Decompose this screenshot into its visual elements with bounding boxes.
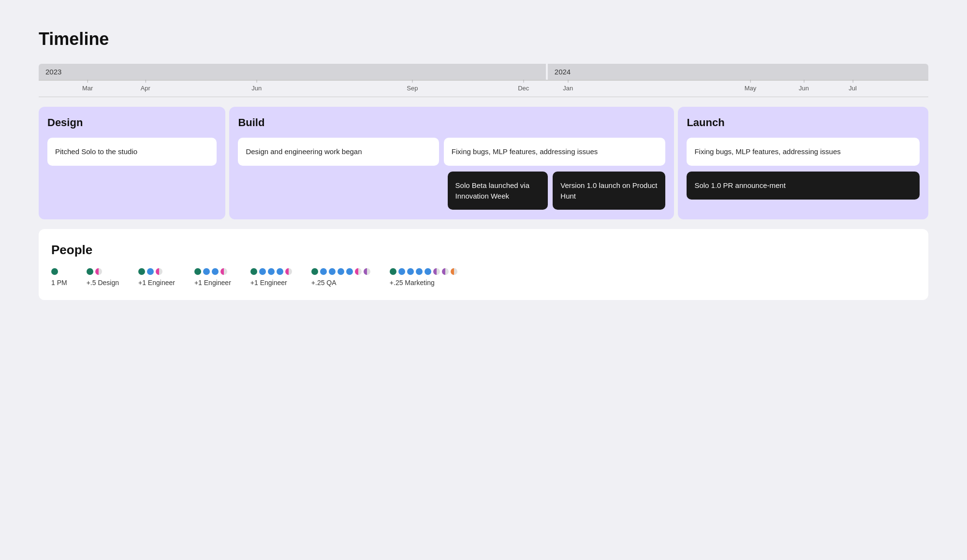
people-label-1: +.5 Design [87, 279, 119, 287]
dot-row-1 [87, 268, 102, 275]
dot-row-6 [390, 268, 457, 275]
month-axis: Mar Apr Jun Sep Dec Jan May Jun Jul [39, 80, 928, 97]
dot-5-2 [329, 268, 336, 275]
design-title: Design [47, 116, 217, 129]
build-card-2: Fixing bugs, MLP features, addressing is… [444, 138, 666, 166]
axis-line [39, 80, 928, 81]
month-jul: Jul [849, 85, 857, 92]
people-section: People 1 PM+.5 Design+1 Engineer+1 Engin… [39, 229, 928, 300]
people-col-0: 1 PM [51, 268, 67, 287]
people-col-6: +.25 Marketing [390, 268, 457, 287]
build-title: Build [238, 116, 665, 129]
dot-6-3 [416, 268, 423, 275]
dot-2-0 [138, 268, 145, 275]
dot-3-3 [220, 268, 227, 275]
dot-6-5 [433, 268, 440, 275]
phase-build: Build Design and engineering work began … [229, 107, 674, 219]
people-label-2: +1 Engineer [138, 279, 175, 287]
dot-4-3 [277, 268, 283, 275]
phases-container: Design Pitched Solo to the studio Build … [39, 107, 928, 219]
launch-event-1: Solo 1.0 PR announce-ment [687, 172, 920, 200]
dot-row-3 [194, 268, 227, 275]
month-may: May [745, 85, 757, 92]
people-title: People [51, 243, 916, 258]
dot-5-5 [355, 268, 362, 275]
month-jun-2024: Jun [799, 85, 809, 92]
design-card-1: Pitched Solo to the studio [47, 138, 217, 166]
people-col-3: +1 Engineer [194, 268, 231, 287]
launch-title: Launch [687, 116, 920, 129]
month-dec: Dec [518, 85, 529, 92]
year-band-2024: 2024 [548, 64, 928, 80]
dot-1-1 [95, 268, 102, 275]
dot-2-1 [147, 268, 154, 275]
dot-6-6 [442, 268, 449, 275]
people-label-5: +.25 QA [311, 279, 337, 287]
timeline-container: 2023 2024 Mar Apr Jun Sep Dec Jan May Ju… [39, 64, 928, 300]
build-event-1: Solo Beta launched via Innovation Week [448, 172, 548, 210]
year-bands: 2023 2024 [39, 64, 928, 80]
year-band-2023: 2023 [39, 64, 546, 80]
dot-6-7 [451, 268, 457, 275]
dot-row-0 [51, 268, 58, 275]
dot-4-2 [268, 268, 275, 275]
dot-5-0 [311, 268, 318, 275]
dot-6-4 [425, 268, 431, 275]
dot-row-5 [311, 268, 370, 275]
dot-5-4 [346, 268, 353, 275]
month-apr: Apr [141, 85, 150, 92]
dot-1-0 [87, 268, 93, 275]
dot-3-2 [212, 268, 219, 275]
month-jun-2023: Jun [251, 85, 262, 92]
people-label-0: 1 PM [51, 279, 67, 287]
launch-card-1: Fixing bugs, MLP features, addressing is… [687, 138, 920, 166]
people-row: 1 PM+.5 Design+1 Engineer+1 Engineer+1 E… [51, 268, 916, 287]
dot-4-0 [250, 268, 257, 275]
dot-row-2 [138, 268, 162, 275]
dot-row-4 [250, 268, 292, 275]
month-sep: Sep [407, 85, 418, 92]
people-col-2: +1 Engineer [138, 268, 175, 287]
month-mar: Mar [82, 85, 93, 92]
month-jan: Jan [563, 85, 573, 92]
phase-design: Design Pitched Solo to the studio [39, 107, 225, 219]
people-col-4: +1 Engineer [250, 268, 292, 287]
dot-5-6 [364, 268, 370, 275]
dot-6-1 [398, 268, 405, 275]
page-title: Timeline [39, 29, 928, 49]
dot-6-2 [407, 268, 414, 275]
dot-2-2 [156, 268, 162, 275]
people-label-6: +.25 Marketing [390, 279, 435, 287]
people-col-5: +.25 QA [311, 268, 370, 287]
build-card-1: Design and engineering work began [238, 138, 439, 166]
dot-5-3 [337, 268, 344, 275]
dot-0-0 [51, 268, 58, 275]
phase-launch: Launch Fixing bugs, MLP features, addres… [678, 107, 928, 219]
dot-3-1 [203, 268, 210, 275]
people-label-4: +1 Engineer [250, 279, 287, 287]
dot-6-0 [390, 268, 396, 275]
people-label-3: +1 Engineer [194, 279, 231, 287]
dot-3-0 [194, 268, 201, 275]
people-col-1: +.5 Design [87, 268, 119, 287]
dot-4-4 [285, 268, 292, 275]
build-event-2: Version 1.0 launch on Product Hunt [553, 172, 665, 210]
dot-4-1 [259, 268, 266, 275]
dot-5-1 [320, 268, 327, 275]
